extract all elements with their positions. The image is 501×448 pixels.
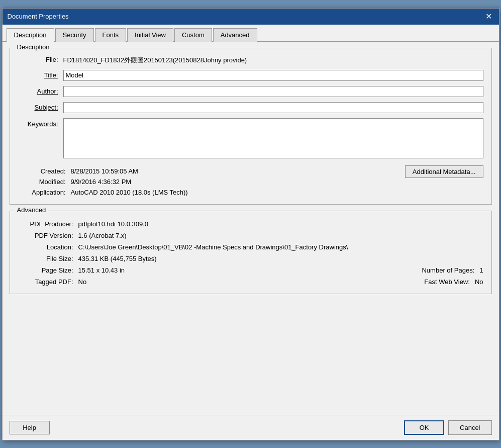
description-section: Description File: FD1814020_FD1832外觀圖201… (10, 48, 492, 205)
created-value: 8/28/2015 10:59:05 AM (71, 167, 138, 175)
keywords-label: Keywords: (18, 118, 63, 128)
title-row: Title: (18, 70, 483, 81)
modified-value: 9/9/2016 4:36:32 PM (71, 178, 132, 186)
pdf-producer-row: PDF Producer: pdfplot10.hdi 10.0.309.0 (18, 220, 483, 228)
advanced-section-label: Advanced (15, 206, 48, 214)
file-size-value: 435.31 KB (445,755 Bytes) (78, 255, 483, 262)
modified-row: Modified: 9/9/2016 4:36:32 PM (18, 178, 405, 186)
modified-label: Modified: (18, 178, 71, 186)
page-size-label: Page Size: (18, 266, 78, 274)
num-pages-value: 1 (479, 266, 483, 274)
dialog-title: Document Properties (8, 13, 69, 20)
tab-description[interactable]: Description (7, 28, 54, 42)
additional-metadata-area: Additional Metadata... (405, 163, 483, 178)
help-button[interactable]: Help (10, 421, 50, 434)
advanced-section: Advanced PDF Producer: pdfplot10.hdi 10.… (10, 211, 492, 294)
file-size-row: File Size: 435.31 KB (445,755 Bytes) (18, 255, 483, 262)
application-value: AutoCAD 2010 2010 (18.0s (LMS Tech)) (71, 189, 188, 196)
created-label: Created: (18, 167, 71, 175)
ok-button[interactable]: OK (404, 420, 444, 435)
close-button[interactable]: ✕ (483, 12, 494, 22)
author-row: Author: (18, 86, 483, 97)
meta-info: Created: 8/28/2015 10:59:05 AM Modified:… (18, 167, 405, 196)
tab-fonts[interactable]: Fonts (95, 28, 127, 42)
pdf-version-value: 1.6 (Acrobat 7.x) (78, 232, 483, 239)
author-label: Author: (18, 86, 63, 95)
tab-custom[interactable]: Custom (174, 28, 212, 42)
tab-security[interactable]: Security (55, 28, 94, 42)
meta-area: Created: 8/28/2015 10:59:05 AM Modified:… (18, 163, 483, 196)
file-size-label: File Size: (18, 255, 78, 262)
subject-input[interactable] (63, 102, 483, 113)
keywords-textarea[interactable] (63, 118, 483, 158)
pdf-producer-label: PDF Producer: (18, 220, 78, 228)
tab-advanced[interactable]: Advanced (213, 28, 257, 42)
subject-row: Subject: (18, 102, 483, 113)
author-input[interactable] (63, 86, 483, 97)
application-row: Application: AutoCAD 2010 2010 (18.0s (L… (18, 189, 405, 196)
fast-web-group: Fast Web View: No (410, 278, 483, 286)
ok-cancel-group: OK Cancel (404, 420, 491, 435)
content-area: Description File: FD1814020_FD1832外觀圖201… (3, 42, 499, 415)
file-row: File: FD1814020_FD1832外觀圖20150123(201508… (18, 54, 483, 65)
pdf-version-row: PDF Version: 1.6 (Acrobat 7.x) (18, 232, 483, 239)
application-label: Application: (18, 189, 71, 196)
document-properties-dialog: Document Properties ✕ Description Securi… (2, 8, 499, 440)
num-pages-group: Number of Pages: 1 (414, 266, 483, 274)
title-label: Title: (18, 70, 63, 79)
title-input[interactable] (63, 70, 483, 81)
tagged-pdf-row: Tagged PDF: No Fast Web View: No (18, 278, 483, 286)
page-size-value: 15.51 x 10.43 in (78, 266, 394, 274)
additional-metadata-button[interactable]: Additional Metadata... (405, 165, 483, 178)
keywords-row: Keywords: (18, 118, 483, 158)
created-row: Created: 8/28/2015 10:59:05 AM (18, 167, 405, 175)
title-bar: Document Properties ✕ (3, 9, 499, 25)
cancel-button[interactable]: Cancel (448, 420, 491, 435)
tagged-pdf-value: No (78, 278, 389, 286)
file-label: File: (18, 54, 63, 63)
description-section-label: Description (15, 43, 52, 51)
pdf-version-label: PDF Version: (18, 232, 78, 239)
pdf-producer-value: pdfplot10.hdi 10.0.309.0 (78, 220, 483, 228)
tab-initial-view[interactable]: Initial View (127, 28, 173, 42)
subject-label: Subject: (18, 102, 63, 111)
file-value: FD1814020_FD1832外觀圖20150123(20150828John… (63, 54, 483, 65)
page-size-row: Page Size: 15.51 x 10.43 in Number of Pa… (18, 266, 483, 274)
advanced-fields: PDF Producer: pdfplot10.hdi 10.0.309.0 P… (18, 220, 483, 286)
location-value: C:\Users\Joe Green\Desktop\01_VB\02 -Mac… (78, 243, 483, 251)
location-row: Location: C:\Users\Joe Green\Desktop\01_… (18, 243, 483, 251)
location-label: Location: (18, 243, 78, 251)
fast-web-label: Fast Web View: (410, 278, 475, 286)
fast-web-value: No (475, 278, 483, 286)
tab-bar: Description Security Fonts Initial View … (3, 25, 499, 42)
num-pages-label: Number of Pages: (414, 266, 479, 274)
bottom-bar: Help OK Cancel (3, 415, 499, 440)
tagged-pdf-label: Tagged PDF: (18, 278, 78, 286)
